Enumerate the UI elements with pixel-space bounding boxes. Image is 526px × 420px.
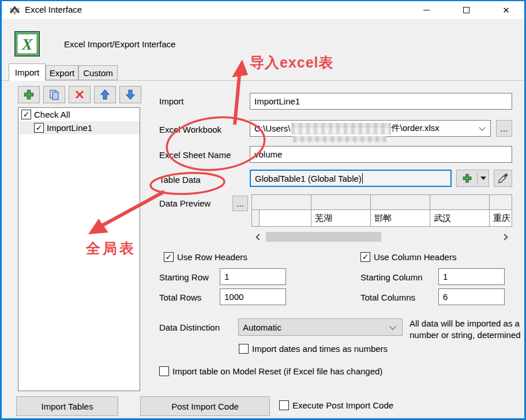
import-on-model-reset-checkbox[interactable] — [159, 366, 169, 376]
excel-interface-window: Excel Interface ✕ X Excel Import/Export … — [0, 0, 526, 420]
starting-column-label: Starting Column — [360, 272, 423, 282]
preview-more-button[interactable]: ... — [232, 196, 248, 211]
chevron-down-icon[interactable] — [479, 124, 485, 130]
total-rows-value: 1000 — [224, 292, 243, 302]
scroll-right-button[interactable] — [499, 230, 512, 243]
browse-workbook-button[interactable]: ... — [496, 120, 512, 137]
table-cell: 重庆 — [490, 210, 512, 226]
window-title: Excel Interface — [25, 5, 82, 14]
annotation-global-table: 全局表 — [86, 239, 136, 258]
list-item-importline1[interactable]: ✓ ImportLine1 — [18, 121, 140, 134]
data-preview-table: 芜湖 邯郸 武汉 重庆 — [251, 194, 512, 227]
use-column-headers-checkbox[interactable]: ✓ — [360, 252, 370, 262]
sheet-name-value: volume — [254, 149, 282, 159]
workbook-combobox[interactable]: C:\Users\ 件\order.xlsx — [250, 120, 491, 137]
sheet-name-input[interactable]: volume — [250, 146, 512, 163]
minimize-icon — [423, 10, 430, 10]
starting-row-input[interactable]: 1 — [220, 268, 286, 285]
delete-line-button[interactable] — [69, 86, 91, 103]
starting-column-value: 1 — [443, 272, 448, 282]
use-column-headers-option[interactable]: ✓ Use Column Headers — [360, 252, 456, 262]
chevron-down-icon — [389, 323, 396, 329]
table-header-cell — [371, 195, 430, 210]
scrollbar-thumb[interactable] — [266, 232, 381, 242]
close-icon: ✕ — [502, 6, 510, 14]
import-on-model-reset-option[interactable]: Import table on Model Reset (if Excel fi… — [159, 366, 382, 376]
starting-row-label: Starting Row — [159, 272, 209, 282]
data-distinction-label: Data Distinction — [159, 322, 220, 332]
move-down-button[interactable] — [119, 86, 141, 103]
table-header-cell — [256, 195, 311, 210]
add-table-split-button[interactable] — [456, 170, 489, 187]
starting-row-value: 1 — [224, 272, 229, 282]
annotation-import-excel: 导入excel表 — [250, 53, 334, 72]
tab-import-label: Import — [15, 68, 40, 77]
page-title: Excel Import/Export Interface — [64, 39, 175, 49]
tab-custom[interactable]: Custom — [78, 65, 118, 80]
move-up-button[interactable] — [94, 86, 116, 103]
execute-post-import-checkbox[interactable] — [279, 400, 289, 410]
execute-post-import-option[interactable]: Execute Post Import Code — [279, 400, 393, 410]
import-tables-button[interactable]: Import Tables — [16, 396, 118, 416]
add-table-dropdown[interactable] — [478, 177, 489, 180]
tab-export-label: Export — [50, 68, 74, 78]
list-item-check-all[interactable]: ✓ Check All — [18, 108, 140, 121]
move-up-icon — [100, 89, 110, 100]
maximize-button[interactable] — [453, 1, 479, 19]
distinction-help-text: All data will be imported as a number or… — [409, 318, 524, 341]
workbook-path-suffix: 件\order.xlsx — [392, 123, 439, 134]
importline1-checkbox[interactable]: ✓ — [34, 123, 44, 133]
scroll-left-button[interactable] — [251, 230, 264, 243]
minimize-button[interactable] — [414, 1, 439, 19]
pick-table-button[interactable] — [494, 170, 512, 187]
table-cell: 武汉 — [430, 210, 490, 226]
table-cell — [256, 210, 311, 226]
dates-as-numbers-checkbox[interactable] — [239, 344, 249, 354]
tab-import[interactable]: Import — [9, 63, 46, 81]
execute-post-import-label: Execute Post Import Code — [292, 400, 393, 410]
data-preview-label: Data Preview — [159, 198, 211, 208]
close-button[interactable]: ✕ — [493, 1, 519, 19]
add-icon — [462, 173, 472, 183]
title-bar: Excel Interface ✕ — [2, 1, 524, 19]
sheet-name-label: Excel Sheet Name — [159, 150, 231, 160]
use-row-headers-checkbox[interactable]: ✓ — [164, 252, 174, 262]
redacted-path-blur — [293, 136, 386, 142]
redacted-path-blur — [291, 123, 391, 134]
ellipsis-icon: ... — [501, 123, 508, 133]
excel-app-icon: X — [14, 31, 40, 57]
check-all-checkbox[interactable]: ✓ — [21, 110, 31, 119]
tab-export[interactable]: Export — [46, 65, 78, 80]
add-line-button[interactable] — [18, 86, 40, 103]
import-name-value: ImportLine1 — [254, 96, 300, 106]
horizontal-scrollbar[interactable] — [251, 230, 512, 243]
annotation-arrow-up — [235, 75, 239, 125]
ellipsis-icon: ... — [236, 198, 244, 208]
post-import-code-label: Post Import Code — [171, 402, 239, 411]
workbook-path-prefix: C:\Users\ — [254, 123, 291, 133]
import-label: Import — [159, 96, 184, 106]
use-row-headers-option[interactable]: ✓ Use Row Headers — [164, 252, 247, 262]
copy-icon — [48, 89, 60, 100]
delete-icon — [74, 89, 85, 100]
post-import-code-button[interactable]: Post Import Code — [140, 396, 270, 416]
add-table-button[interactable] — [457, 173, 477, 183]
table-cell: 芜湖 — [311, 210, 371, 226]
total-rows-input[interactable]: 1000 — [220, 288, 286, 305]
maximize-icon — [463, 7, 469, 13]
add-icon — [23, 89, 35, 100]
import-on-model-reset-label: Import table on Model Reset (if Excel fi… — [172, 366, 382, 376]
copy-line-button[interactable] — [43, 86, 65, 103]
chevron-right-icon — [501, 234, 508, 240]
dates-as-numbers-label: Import dates and times as numbers — [252, 344, 388, 354]
starting-column-input[interactable]: 1 — [438, 268, 505, 285]
table-data-input[interactable]: GlobalTable1 (Global Table) — [250, 170, 452, 187]
checkmark-icon: ✓ — [36, 123, 43, 132]
import-name-input[interactable]: ImportLine1 — [250, 93, 512, 110]
table-header-cell — [430, 195, 490, 210]
tab-panel-border — [2, 80, 524, 81]
dates-as-numbers-option[interactable]: Import dates and times as numbers — [239, 344, 388, 354]
total-columns-input[interactable]: 6 — [438, 288, 505, 305]
table-header-cell — [311, 195, 371, 210]
data-distinction-dropdown[interactable]: Automatic — [238, 318, 403, 336]
